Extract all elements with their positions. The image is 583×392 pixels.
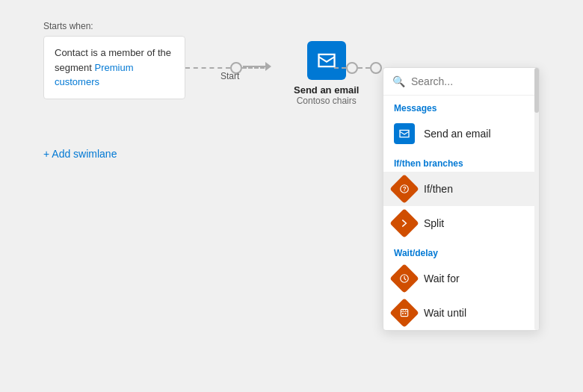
dashed-after-1 xyxy=(334,67,346,69)
menu-item-send-email[interactable]: Send an email xyxy=(383,116,539,151)
wait-until-svg xyxy=(399,308,410,318)
menu-item-wait-until[interactable]: Wait until xyxy=(383,296,539,330)
dashed-after-2 xyxy=(358,67,370,69)
email-icon-box[interactable] xyxy=(307,41,346,80)
email-node-sublabel: Contoso chairs xyxy=(297,96,357,106)
wait-until-icon xyxy=(389,298,419,328)
ifthen-icon: ? xyxy=(389,174,419,204)
search-box: 🔍 xyxy=(383,68,539,96)
search-input[interactable] xyxy=(411,75,530,87)
scrollbar-thumb[interactable] xyxy=(534,68,539,113)
add-swimlane-button[interactable]: + Add swimlane xyxy=(43,148,117,160)
section-label-messages: Messages xyxy=(383,96,539,116)
email-node-label: Send an email xyxy=(294,84,359,96)
menu-item-wait-for[interactable]: Wait for xyxy=(383,261,539,296)
send-email-icon xyxy=(394,123,415,144)
menu-item-ifthen[interactable]: ? If/then xyxy=(383,172,539,206)
after-email-line xyxy=(334,62,382,74)
starts-when-label: Starts when: xyxy=(43,21,93,31)
dashed-line-1 xyxy=(185,67,230,69)
wait-for-svg xyxy=(399,273,410,284)
wait-for-label: Wait for xyxy=(424,273,460,284)
section-label-ifthen: If/then branches xyxy=(383,151,539,172)
wait-for-icon xyxy=(389,264,419,293)
ifthen-svg: ? xyxy=(399,184,410,194)
split-label: Split xyxy=(424,217,444,229)
svg-rect-8 xyxy=(405,313,407,314)
svg-rect-3 xyxy=(401,309,407,316)
solid-line-1 xyxy=(243,66,265,67)
trigger-box: Contact is a member of the segment Premi… xyxy=(43,36,185,99)
split-icon xyxy=(389,208,419,238)
email-menu-icon xyxy=(398,128,410,140)
ifthen-label: If/then xyxy=(424,183,453,195)
split-svg xyxy=(399,218,410,228)
section-label-waitdelay: Wait/delay xyxy=(383,240,539,261)
wait-until-label: Wait until xyxy=(424,307,466,319)
arrow-head-1 xyxy=(265,62,271,71)
circle-node-2 xyxy=(346,62,358,74)
action-dropdown-panel: 🔍 Messages Send an email If/then branche… xyxy=(383,67,540,331)
canvas-area: Starts when: Contact is a member of the … xyxy=(0,0,583,392)
send-email-label: Send an email xyxy=(424,128,491,140)
menu-item-split[interactable]: Split xyxy=(383,206,539,240)
start-label: Start xyxy=(220,71,239,81)
circle-node-3 xyxy=(370,62,382,74)
svg-rect-7 xyxy=(402,313,404,314)
scrollbar-track xyxy=(534,68,539,330)
svg-text:?: ? xyxy=(403,186,407,193)
arrow-connector xyxy=(243,62,271,71)
search-icon: 🔍 xyxy=(392,75,405,87)
